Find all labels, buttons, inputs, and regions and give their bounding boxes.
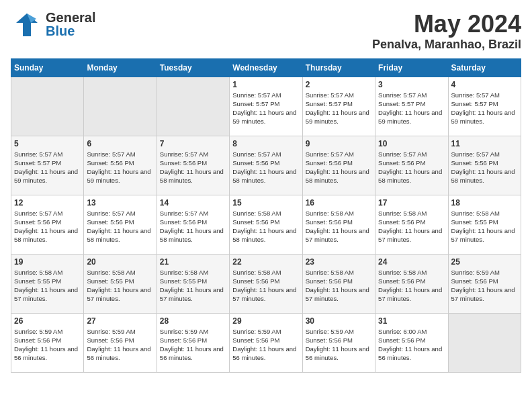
day-info: Sunrise: 5:58 AMSunset: 5:56 PMDaylight:… — [306, 209, 372, 244]
day-number: 28 — [160, 316, 226, 326]
day-number: 15 — [232, 198, 299, 208]
header-saturday: Saturday — [448, 58, 521, 77]
calendar-cell: 16Sunrise: 5:58 AMSunset: 5:56 PMDayligh… — [302, 195, 375, 254]
day-info: Sunrise: 5:57 AMSunset: 5:57 PMDaylight:… — [232, 91, 299, 126]
page-header: General Blue May 2024 Penalva, Maranhao,… — [11, 11, 521, 52]
day-info: Sunrise: 5:58 AMSunset: 5:55 PMDaylight:… — [451, 209, 518, 244]
day-info: Sunrise: 5:59 AMSunset: 5:56 PMDaylight:… — [87, 327, 153, 363]
day-number: 23 — [306, 257, 372, 267]
day-number: 11 — [451, 139, 518, 148]
day-info: Sunrise: 5:57 AMSunset: 5:56 PMDaylight:… — [232, 150, 299, 185]
location-title: Penalva, Maranhao, Brazil — [372, 38, 521, 52]
calendar-week-row: 5Sunrise: 5:57 AMSunset: 5:57 PMDaylight… — [11, 136, 521, 195]
calendar-cell: 12Sunrise: 5:57 AMSunset: 5:56 PMDayligh… — [11, 195, 84, 254]
calendar-week-row: 1Sunrise: 5:57 AMSunset: 5:57 PMDaylight… — [11, 77, 521, 136]
day-number: 2 — [306, 80, 372, 89]
day-info: Sunrise: 5:58 AMSunset: 5:55 PMDaylight:… — [87, 268, 153, 304]
day-number: 10 — [378, 139, 445, 148]
day-number: 4 — [451, 80, 518, 89]
calendar-cell: 18Sunrise: 5:58 AMSunset: 5:55 PMDayligh… — [448, 195, 521, 254]
calendar-cell: 13Sunrise: 5:57 AMSunset: 5:56 PMDayligh… — [84, 195, 157, 254]
day-info: Sunrise: 5:59 AMSunset: 5:56 PMDaylight:… — [160, 327, 226, 363]
header-wednesday: Wednesday — [230, 58, 302, 77]
calendar-cell: 7Sunrise: 5:57 AMSunset: 5:56 PMDaylight… — [157, 136, 229, 195]
day-number: 20 — [87, 257, 153, 267]
svg-marker-0 — [16, 13, 38, 36]
calendar-cell: 5Sunrise: 5:57 AMSunset: 5:57 PMDaylight… — [11, 136, 84, 195]
calendar-cell: 8Sunrise: 5:57 AMSunset: 5:56 PMDaylight… — [230, 136, 302, 195]
header-monday: Monday — [84, 58, 157, 77]
day-number: 17 — [378, 198, 445, 208]
calendar-cell: 9Sunrise: 5:57 AMSunset: 5:56 PMDaylight… — [302, 136, 375, 195]
day-info: Sunrise: 5:58 AMSunset: 5:55 PMDaylight:… — [160, 268, 226, 304]
day-info: Sunrise: 5:58 AMSunset: 5:56 PMDaylight:… — [232, 268, 299, 304]
calendar-week-row: 26Sunrise: 5:59 AMSunset: 5:56 PMDayligh… — [11, 313, 521, 372]
calendar-cell: 19Sunrise: 5:58 AMSunset: 5:55 PMDayligh… — [11, 254, 84, 313]
day-info: Sunrise: 5:57 AMSunset: 5:56 PMDaylight:… — [160, 209, 226, 244]
calendar-cell: 31Sunrise: 6:00 AMSunset: 5:56 PMDayligh… — [375, 313, 448, 372]
day-number: 21 — [160, 257, 226, 267]
calendar-cell: 15Sunrise: 5:58 AMSunset: 5:56 PMDayligh… — [230, 195, 302, 254]
calendar-week-row: 12Sunrise: 5:57 AMSunset: 5:56 PMDayligh… — [11, 195, 521, 254]
day-number: 30 — [306, 316, 372, 326]
day-info: Sunrise: 5:57 AMSunset: 5:57 PMDaylight:… — [378, 91, 445, 126]
calendar-cell — [448, 313, 521, 372]
day-info: Sunrise: 5:57 AMSunset: 5:56 PMDaylight:… — [451, 150, 518, 185]
day-number: 18 — [451, 198, 518, 208]
calendar-cell — [157, 77, 229, 136]
day-info: Sunrise: 5:57 AMSunset: 5:56 PMDaylight:… — [306, 150, 372, 185]
calendar-cell: 28Sunrise: 5:59 AMSunset: 5:56 PMDayligh… — [157, 313, 229, 372]
day-info: Sunrise: 5:57 AMSunset: 5:56 PMDaylight:… — [14, 209, 81, 244]
day-info: Sunrise: 5:58 AMSunset: 5:56 PMDaylight:… — [378, 268, 445, 304]
day-info: Sunrise: 5:58 AMSunset: 5:56 PMDaylight:… — [306, 268, 372, 304]
header-tuesday: Tuesday — [157, 58, 229, 77]
calendar-cell: 20Sunrise: 5:58 AMSunset: 5:55 PMDayligh… — [84, 254, 157, 313]
calendar-cell: 27Sunrise: 5:59 AMSunset: 5:56 PMDayligh… — [84, 313, 157, 372]
day-number: 14 — [160, 198, 226, 208]
calendar-cell: 24Sunrise: 5:58 AMSunset: 5:56 PMDayligh… — [375, 254, 448, 313]
day-info: Sunrise: 5:58 AMSunset: 5:55 PMDaylight:… — [14, 268, 81, 304]
day-info: Sunrise: 5:58 AMSunset: 5:56 PMDaylight:… — [378, 209, 445, 244]
logo-text-general: General — [46, 11, 95, 24]
calendar-cell: 11Sunrise: 5:57 AMSunset: 5:56 PMDayligh… — [448, 136, 521, 195]
calendar-cell: 4Sunrise: 5:57 AMSunset: 5:57 PMDaylight… — [448, 77, 521, 136]
header-thursday: Thursday — [302, 58, 375, 77]
day-number: 31 — [378, 316, 445, 326]
day-number: 19 — [14, 257, 81, 267]
day-info: Sunrise: 5:57 AMSunset: 5:56 PMDaylight:… — [87, 150, 153, 185]
day-info: Sunrise: 5:59 AMSunset: 5:56 PMDaylight:… — [14, 327, 81, 363]
day-number: 16 — [306, 198, 372, 208]
calendar-table: SundayMondayTuesdayWednesdayThursdayFrid… — [11, 58, 521, 373]
day-info: Sunrise: 5:57 AMSunset: 5:57 PMDaylight:… — [306, 91, 372, 126]
calendar-cell: 26Sunrise: 5:59 AMSunset: 5:56 PMDayligh… — [11, 313, 84, 372]
day-number: 13 — [87, 198, 153, 208]
logo: General Blue — [11, 11, 95, 38]
calendar-cell: 29Sunrise: 5:59 AMSunset: 5:56 PMDayligh… — [230, 313, 302, 372]
day-number: 3 — [378, 80, 445, 89]
logo-bird-icon — [11, 11, 43, 38]
calendar-header-row: SundayMondayTuesdayWednesdayThursdayFrid… — [11, 58, 521, 77]
calendar-cell: 22Sunrise: 5:58 AMSunset: 5:56 PMDayligh… — [230, 254, 302, 313]
day-info: Sunrise: 5:59 AMSunset: 5:56 PMDaylight:… — [306, 327, 372, 363]
day-number: 8 — [232, 139, 299, 148]
calendar-cell: 6Sunrise: 5:57 AMSunset: 5:56 PMDaylight… — [84, 136, 157, 195]
calendar-cell: 30Sunrise: 5:59 AMSunset: 5:56 PMDayligh… — [302, 313, 375, 372]
day-info: Sunrise: 5:57 AMSunset: 5:56 PMDaylight:… — [160, 150, 226, 185]
calendar-cell — [11, 77, 84, 136]
calendar-cell: 23Sunrise: 5:58 AMSunset: 5:56 PMDayligh… — [302, 254, 375, 313]
day-info: Sunrise: 5:58 AMSunset: 5:56 PMDaylight:… — [232, 209, 299, 244]
day-number: 5 — [14, 139, 81, 148]
calendar-cell — [84, 77, 157, 136]
day-number: 29 — [232, 316, 299, 326]
day-number: 9 — [306, 139, 372, 148]
day-info: Sunrise: 5:57 AMSunset: 5:57 PMDaylight:… — [451, 91, 518, 126]
day-number: 25 — [451, 257, 518, 267]
day-number: 6 — [87, 139, 153, 148]
month-title: May 2024 — [372, 11, 521, 38]
day-info: Sunrise: 5:57 AMSunset: 5:56 PMDaylight:… — [87, 209, 153, 244]
calendar-cell: 2Sunrise: 5:57 AMSunset: 5:57 PMDaylight… — [302, 77, 375, 136]
day-number: 27 — [87, 316, 153, 326]
header-friday: Friday — [375, 58, 448, 77]
day-number: 7 — [160, 139, 226, 148]
day-number: 1 — [232, 80, 299, 89]
